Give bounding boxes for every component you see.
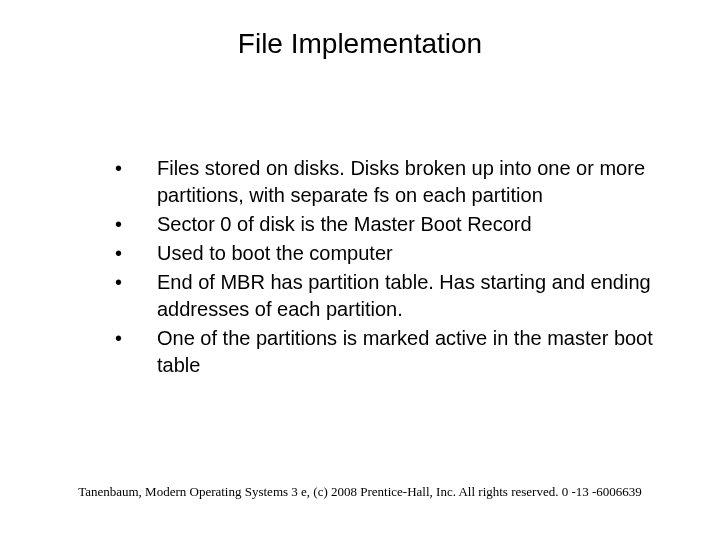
bullet-text: One of the partitions is marked active i… (157, 325, 660, 379)
bullet-text: Used to boot the computer (157, 240, 660, 267)
bullet-text: Sector 0 of disk is the Master Boot Reco… (157, 211, 660, 238)
bullet-icon: • (115, 155, 157, 182)
bullet-text: End of MBR has partition table. Has star… (157, 269, 660, 323)
slide-title: File Implementation (0, 0, 720, 60)
bullet-list: • Files stored on disks. Disks broken up… (0, 60, 720, 379)
list-item: • Used to boot the computer (115, 240, 660, 267)
footer-citation: Tanenbaum, Modern Operating Systems 3 e,… (0, 484, 720, 500)
bullet-icon: • (115, 211, 157, 238)
list-item: • One of the partitions is marked active… (115, 325, 660, 379)
bullet-text: Files stored on disks. Disks broken up i… (157, 155, 660, 209)
bullet-icon: • (115, 325, 157, 352)
list-item: • End of MBR has partition table. Has st… (115, 269, 660, 323)
list-item: • Files stored on disks. Disks broken up… (115, 155, 660, 209)
bullet-icon: • (115, 240, 157, 267)
bullet-icon: • (115, 269, 157, 296)
list-item: • Sector 0 of disk is the Master Boot Re… (115, 211, 660, 238)
